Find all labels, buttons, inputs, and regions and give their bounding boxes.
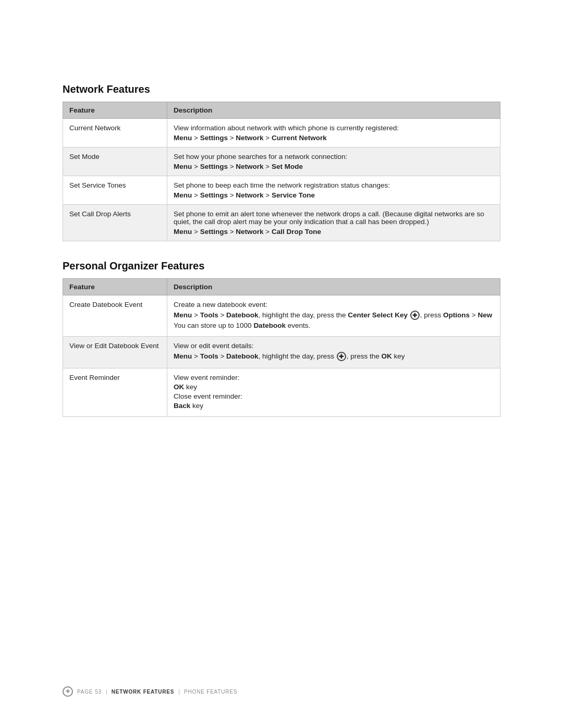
desc-text: View information about network with whic… — [174, 124, 494, 132]
table-row: Create Datebook Event Create a new dateb… — [63, 295, 500, 337]
personal-desc-3: View event reminder: OK key Close event … — [167, 368, 500, 417]
page-footer: ✚ PAGE 53 | NETWORK FEATURES | PHONE FEA… — [63, 686, 500, 697]
network-desc-4: Set phone to emit an alert tone whenever… — [167, 205, 500, 241]
network-feature-2: Set Mode — [63, 147, 167, 176]
desc-text: Set phone to beep each time the network … — [174, 181, 494, 189]
network-section-title: Network Features — [63, 83, 500, 95]
table-row: View or Edit Datebook Event View or edit… — [63, 337, 500, 368]
network-desc-3: Set phone to beep each time the network … — [167, 176, 500, 205]
table-row: Set Call Drop Alerts Set phone to emit a… — [63, 205, 500, 241]
nav-path: Menu > Settings > Network > Current Netw… — [174, 134, 494, 142]
desc-line: Close event reminder: — [174, 392, 494, 400]
personal-col-feature: Feature — [63, 279, 167, 295]
desc-line: Create a new datebook event: — [174, 301, 494, 309]
network-feature-4: Set Call Drop Alerts — [63, 205, 167, 241]
footer-section-next: PHONE FEATURES — [184, 689, 237, 695]
personal-feature-1: Create Datebook Event — [63, 295, 167, 337]
desc-line: Back key — [174, 402, 494, 410]
personal-feature-3: Event Reminder — [63, 368, 167, 417]
table-row: Set Mode Set how your phone searches for… — [63, 147, 500, 176]
personal-table: Feature Description Create Datebook Even… — [63, 278, 500, 417]
table-row: Event Reminder View event reminder: OK k… — [63, 368, 500, 417]
personal-feature-2: View or Edit Datebook Event — [63, 337, 167, 368]
footer-page-label: PAGE — [77, 689, 93, 695]
personal-section: Personal Organizer Features Feature Desc… — [63, 260, 500, 417]
network-feature-3: Set Service Tones — [63, 176, 167, 205]
nav-path: Menu > Settings > Network > Call Drop To… — [174, 228, 494, 236]
network-feature-1: Current Network — [63, 119, 167, 147]
desc-line: You can store up to 1000 Datebook events… — [174, 322, 494, 329]
footer-divider-2: | — [178, 688, 180, 695]
table-row: Set Service Tones Set phone to beep each… — [63, 176, 500, 205]
network-table: Feature Description Current Network View… — [63, 102, 500, 241]
footer-page-number: 53 — [95, 689, 102, 695]
footer-section-current: NETWORK FEATURES — [112, 689, 174, 695]
nav-path: Menu > Tools > Datebook, highlight the d… — [174, 311, 494, 320]
network-col-description: Description — [167, 102, 500, 119]
network-desc-1: View information about network with whic… — [167, 119, 500, 147]
personal-section-title: Personal Organizer Features — [63, 260, 500, 272]
nav-path: Menu > Settings > Network > Set Mode — [174, 163, 494, 170]
desc-text: Set how your phone searches for a networ… — [174, 153, 494, 161]
desc-line: View or edit event details: — [174, 342, 494, 350]
personal-desc-1: Create a new datebook event: Menu > Tool… — [167, 295, 500, 337]
network-section: Network Features Feature Description Cur… — [63, 83, 500, 241]
motorola-icon: ✚ — [63, 686, 73, 697]
desc-text: Set phone to emit an alert tone whenever… — [174, 210, 494, 226]
footer-divider-1: | — [106, 688, 107, 695]
personal-col-description: Description — [167, 279, 500, 295]
circle-icon: ✚ — [410, 311, 420, 320]
circle-icon: ✚ — [337, 352, 346, 361]
nav-path: Menu > Tools > Datebook, highlight the d… — [174, 352, 494, 361]
nav-path: Menu > Settings > Network > Service Tone — [174, 191, 494, 199]
table-row: Current Network View information about n… — [63, 119, 500, 147]
desc-line: View event reminder: — [174, 374, 494, 381]
page-content: Network Features Feature Description Cur… — [0, 0, 563, 477]
network-col-feature: Feature — [63, 102, 167, 119]
network-desc-2: Set how your phone searches for a networ… — [167, 147, 500, 176]
personal-desc-2: View or edit event details: Menu > Tools… — [167, 337, 500, 368]
desc-line: OK key — [174, 383, 494, 391]
